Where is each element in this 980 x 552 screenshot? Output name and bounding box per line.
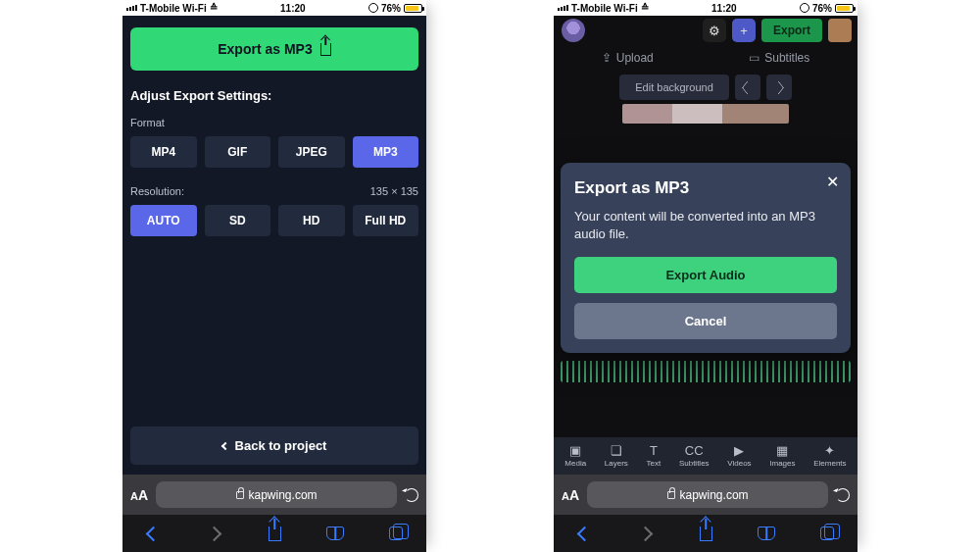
tab-videos[interactable]: ▶Videos bbox=[727, 444, 751, 468]
tab-elements[interactable]: ✦Elements bbox=[813, 444, 846, 468]
redo-button[interactable] bbox=[766, 75, 792, 100]
clock: 11:20 bbox=[280, 3, 306, 14]
lock-icon bbox=[667, 491, 675, 499]
battery-icon bbox=[404, 4, 422, 13]
reload-icon[interactable] bbox=[836, 488, 850, 502]
status-bar: T-Mobile Wi-Fi ≙ 11:20 76% bbox=[554, 0, 858, 16]
battery-pct: 76% bbox=[381, 3, 401, 14]
cc-icon: CC bbox=[685, 444, 704, 457]
tab-layers[interactable]: ❏Layers bbox=[605, 444, 628, 468]
settings-heading: Adjust Export Settings: bbox=[130, 88, 418, 103]
format-label: Format bbox=[130, 117, 418, 128]
back-to-project-button[interactable]: Back to project bbox=[130, 427, 418, 465]
format-mp4[interactable]: MP4 bbox=[130, 136, 197, 168]
url-text: kapwing.com bbox=[249, 488, 318, 502]
user-avatar[interactable] bbox=[828, 19, 852, 42]
tab-text[interactable]: TText bbox=[647, 444, 662, 468]
wifi-icon: ≙ bbox=[641, 3, 649, 13]
resolution-fullhd[interactable]: Full HD bbox=[353, 205, 419, 236]
signal-bars-icon bbox=[126, 5, 137, 11]
safari-address-bar: AA kapwing.com bbox=[122, 475, 426, 515]
share-button[interactable] bbox=[695, 523, 716, 544]
status-bar: T-Mobile Wi-Fi ≙ 11:20 76% bbox=[122, 0, 426, 16]
nav-back-button[interactable] bbox=[142, 523, 164, 544]
phone-screenshot-left: T-Mobile Wi-Fi ≙ 11:20 76% Export as MP3… bbox=[122, 0, 426, 552]
video-icon: ▶ bbox=[734, 444, 744, 457]
safari-toolbar bbox=[554, 515, 858, 552]
share-button[interactable] bbox=[264, 523, 285, 544]
rotation-lock-icon bbox=[800, 3, 809, 13]
settings-gear-icon[interactable]: ⚙ bbox=[703, 19, 726, 42]
rotation-lock-icon bbox=[368, 3, 378, 13]
tabs-button[interactable] bbox=[816, 523, 838, 544]
format-options: MP4 GIF JPEG MP3 bbox=[130, 136, 418, 168]
carrier-label: T-Mobile Wi-Fi bbox=[140, 3, 207, 14]
export-icon bbox=[320, 43, 331, 56]
format-jpeg[interactable]: JPEG bbox=[278, 136, 345, 168]
export-button-label: Export as MP3 bbox=[218, 41, 312, 57]
text-icon: T bbox=[650, 444, 658, 457]
nav-forward-button[interactable] bbox=[634, 523, 656, 544]
export-confirm-modal: ✕ Export as MP3 Your content will be con… bbox=[561, 163, 851, 353]
tab-images[interactable]: ▦Images bbox=[769, 444, 795, 468]
edit-background-button[interactable]: Edit background bbox=[619, 75, 729, 100]
resolution-value: 135 × 135 bbox=[370, 185, 418, 197]
nav-forward-button[interactable] bbox=[203, 523, 224, 544]
battery-pct: 76% bbox=[812, 3, 832, 14]
carrier-label: T-Mobile Wi-Fi bbox=[571, 3, 638, 14]
url-field[interactable]: kapwing.com bbox=[587, 481, 828, 508]
export-button[interactable]: Export bbox=[761, 19, 822, 42]
resolution-sd[interactable]: SD bbox=[205, 205, 271, 236]
editor-topbar: ⚙ + Export bbox=[554, 16, 858, 45]
safari-toolbar bbox=[122, 515, 426, 552]
subtitles-button[interactable]: ▭Subtitles bbox=[749, 51, 809, 65]
chevron-left-icon bbox=[220, 441, 228, 449]
media-icon: ▣ bbox=[569, 444, 581, 457]
upload-icon: ⇪ bbox=[602, 51, 612, 65]
format-gif[interactable]: GIF bbox=[205, 136, 271, 168]
image-icon: ▦ bbox=[776, 444, 788, 457]
workspace-avatar[interactable] bbox=[562, 19, 585, 42]
text-size-button[interactable]: AA bbox=[130, 487, 148, 503]
url-field[interactable]: kapwing.com bbox=[156, 481, 397, 508]
resolution-auto[interactable]: AUTO bbox=[130, 205, 197, 236]
resolution-options: AUTO SD HD Full HD bbox=[130, 205, 418, 236]
wifi-icon: ≙ bbox=[210, 3, 218, 13]
elements-icon: ✦ bbox=[824, 444, 835, 457]
undo-button[interactable] bbox=[735, 75, 760, 100]
export-mp3-button[interactable]: Export as MP3 bbox=[130, 27, 418, 71]
upload-button[interactable]: ⇪Upload bbox=[602, 51, 654, 65]
editor-screen-with-modal: ⚙ + Export ⇪Upload ▭Subtitles Edit backg… bbox=[554, 16, 858, 475]
editor-secondary-row: ⇪Upload ▭Subtitles bbox=[554, 45, 858, 71]
close-icon[interactable]: ✕ bbox=[824, 173, 841, 192]
add-user-icon[interactable]: + bbox=[732, 19, 756, 42]
tab-subtitles[interactable]: CCSubtitles bbox=[679, 444, 710, 468]
tab-media[interactable]: ▣Media bbox=[564, 444, 586, 468]
export-settings-screen: Export as MP3 Adjust Export Settings: Fo… bbox=[122, 16, 426, 475]
modal-title: Export as MP3 bbox=[574, 178, 837, 198]
back-label: Back to project bbox=[235, 438, 327, 453]
editor-bottom-tabs: ▣Media ❏Layers TText CCSubtitles ▶Videos… bbox=[554, 437, 858, 475]
signal-bars-icon bbox=[558, 5, 568, 11]
subtitles-icon: ▭ bbox=[749, 51, 760, 65]
format-mp3[interactable]: MP3 bbox=[353, 136, 419, 168]
canvas-preview bbox=[622, 104, 789, 124]
export-audio-button[interactable]: Export Audio bbox=[574, 257, 837, 293]
tabs-button[interactable] bbox=[385, 523, 407, 544]
lock-icon bbox=[236, 491, 244, 499]
cancel-button[interactable]: Cancel bbox=[574, 303, 837, 339]
resolution-hd[interactable]: HD bbox=[278, 205, 345, 236]
layers-icon: ❏ bbox=[611, 444, 622, 457]
bookmarks-button[interactable] bbox=[324, 523, 346, 544]
battery-icon bbox=[835, 4, 854, 13]
audio-timeline[interactable] bbox=[561, 361, 851, 382]
phone-screenshot-right: T-Mobile Wi-Fi ≙ 11:20 76% ⚙ + Export ⇪U… bbox=[554, 0, 858, 552]
resolution-label: Resolution: bbox=[130, 185, 184, 197]
reload-icon[interactable] bbox=[405, 488, 418, 502]
nav-back-button[interactable] bbox=[573, 523, 595, 544]
clock: 11:20 bbox=[711, 3, 737, 14]
modal-body: Your content will be converted into an M… bbox=[574, 208, 837, 243]
text-size-button[interactable]: AA bbox=[562, 487, 579, 503]
bookmarks-button[interactable] bbox=[756, 523, 777, 544]
url-text: kapwing.com bbox=[680, 488, 749, 502]
